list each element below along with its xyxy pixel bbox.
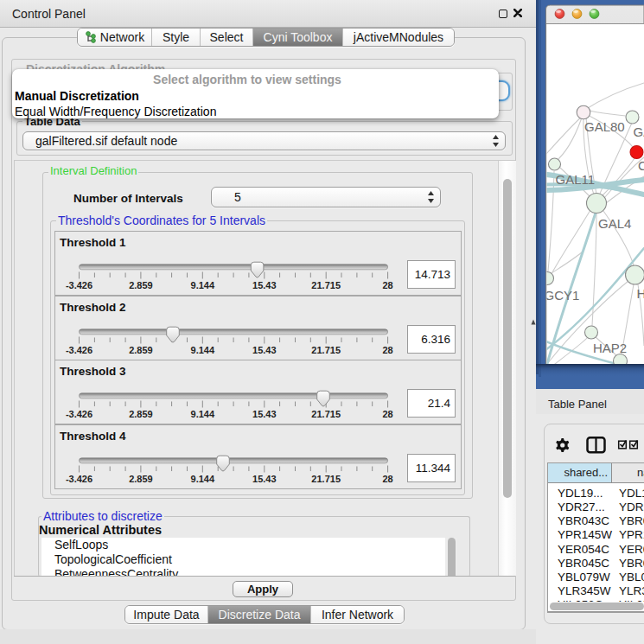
svg-text:28: 28: [382, 473, 392, 483]
svg-text:-3.426: -3.426: [66, 473, 92, 483]
svg-text:GAL4: GAL4: [598, 216, 631, 231]
svg-text:15.43: 15.43: [252, 409, 277, 419]
svg-text:2.859: 2.859: [129, 344, 153, 354]
svg-text:GCY1: GCY1: [545, 288, 580, 303]
svg-text:21.715: 21.715: [311, 409, 341, 419]
svg-text:15.43: 15.43: [252, 280, 277, 290]
svg-text:9.144: 9.144: [191, 473, 215, 483]
svg-text:-3.426: -3.426: [66, 409, 92, 419]
svg-text:15.43: 15.43: [252, 473, 277, 483]
svg-text:21.715: 21.715: [311, 280, 341, 290]
svg-text:2.859: 2.859: [129, 409, 153, 419]
svg-text:9.144: 9.144: [191, 409, 215, 419]
svg-text:28: 28: [382, 344, 392, 354]
svg-text:9.144: 9.144: [191, 280, 215, 290]
svg-text:15.43: 15.43: [252, 344, 277, 354]
svg-text:H: H: [637, 286, 644, 301]
svg-text:21.715: 21.715: [311, 473, 341, 483]
svg-text:-3.426: -3.426: [66, 344, 92, 354]
svg-text:21.715: 21.715: [311, 344, 341, 354]
svg-text:GAL11: GAL11: [556, 172, 596, 187]
svg-text:28: 28: [382, 409, 392, 419]
svg-text:9.144: 9.144: [191, 344, 215, 354]
svg-text:2.859: 2.859: [129, 473, 153, 483]
svg-text:-3.426: -3.426: [66, 280, 92, 290]
svg-text:28: 28: [382, 280, 392, 290]
svg-text:HAP2: HAP2: [593, 341, 627, 355]
svg-text:2.859: 2.859: [129, 280, 153, 290]
svg-text:GAL80: GAL80: [584, 119, 625, 134]
svg-text:C: C: [638, 158, 644, 173]
svg-text:GA: GA: [634, 124, 644, 139]
